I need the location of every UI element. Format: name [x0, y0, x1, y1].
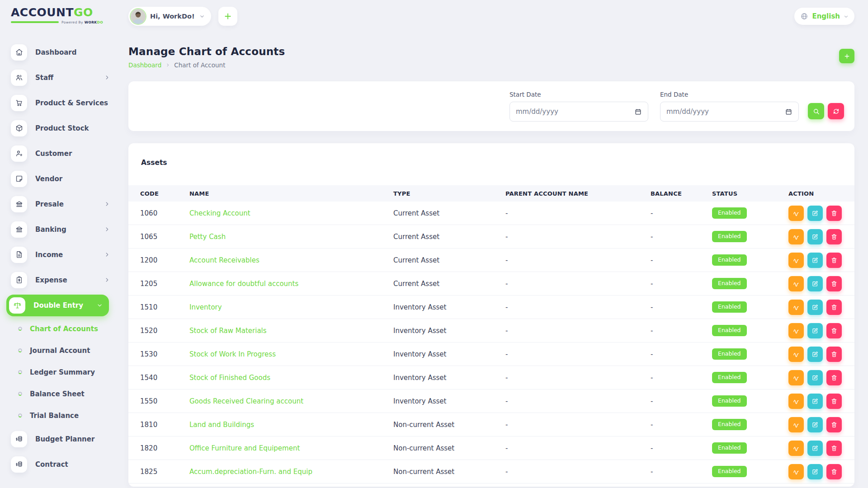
status-badge: Enabled [712, 301, 747, 313]
account-type: Current Asset [393, 209, 505, 217]
user-plus-icon [11, 145, 27, 162]
edit-button[interactable] [807, 300, 823, 315]
sidebar-subitem-trial-balance[interactable]: Trial Balance [18, 409, 116, 422]
account-type: Non-current Asset [393, 421, 505, 429]
delete-button[interactable] [826, 347, 842, 362]
delete-button[interactable] [826, 253, 842, 268]
account-name-link[interactable]: Accum.depreciation-Furn. and Equip [189, 468, 312, 476]
scales-icon [9, 297, 25, 314]
activity-button[interactable] [788, 464, 804, 479]
sidebar-item-contract[interactable]: Contract [11, 456, 110, 473]
edit-button[interactable] [807, 347, 823, 362]
delete-button[interactable] [826, 370, 842, 385]
sidebar-item-vendor[interactable]: Vendor [11, 171, 110, 187]
activity-button[interactable] [788, 347, 804, 362]
apply-filter-button[interactable] [808, 103, 824, 119]
sidebar-item-presale[interactable]: Presale [11, 196, 110, 212]
edit-button[interactable] [807, 417, 823, 432]
edit-button[interactable] [807, 370, 823, 385]
sidebar-item-customer[interactable]: Customer [11, 145, 110, 162]
delete-button[interactable] [826, 394, 842, 409]
user-menu[interactable]: Hi, WorkDo! [128, 7, 211, 26]
sidebar-item-income[interactable]: Income [11, 247, 110, 263]
activity-button[interactable] [788, 441, 804, 456]
account-name-link[interactable]: Account Receivables [189, 256, 259, 264]
delete-button[interactable] [826, 417, 842, 432]
account-name-link[interactable]: Stock of Work In Progress [189, 350, 276, 358]
edit-button[interactable] [807, 441, 823, 456]
calendar-icon[interactable] [634, 108, 642, 116]
end-date-input[interactable]: mm/dd/yyyy [660, 102, 799, 122]
activity-button[interactable] [788, 370, 804, 385]
account-code: 1200 [140, 256, 189, 264]
reset-filter-button[interactable] [828, 103, 844, 119]
sidebar-item-expense[interactable]: Expense [11, 272, 110, 288]
delete-button[interactable] [826, 323, 842, 338]
end-date-label: End Date [660, 91, 799, 98]
sidebar-subitem-ledger-summary[interactable]: Ledger Summary [18, 366, 116, 379]
sidebar-item-banking[interactable]: Banking [11, 221, 110, 238]
sidebar-item-budget-planner[interactable]: Budget Planner [11, 431, 110, 447]
account-name-link[interactable]: Land and Buildings [189, 421, 254, 429]
activity-button[interactable] [788, 276, 804, 291]
sidebar-item-dashboard[interactable]: Dashboard [11, 44, 110, 61]
sidebar-item-product-services[interactable]: Product & Services [11, 95, 110, 111]
breadcrumb-dashboard-link[interactable]: Dashboard [128, 61, 161, 69]
edit-button[interactable] [807, 276, 823, 291]
table-row: 1200 Account Receivables Current Asset -… [128, 249, 854, 272]
edit-button[interactable] [807, 206, 823, 221]
delete-button[interactable] [826, 300, 842, 315]
calendar-icon[interactable] [785, 108, 793, 116]
sidebar-subitem-chart-of-accounts[interactable]: Chart of Accounts [18, 323, 116, 335]
account-name-link[interactable]: Inventory [189, 303, 222, 311]
account-name-link[interactable]: Allowance for doubtful accounts [189, 280, 298, 288]
status-badge: Enabled [712, 325, 747, 336]
sidebar-subitem-journal-account[interactable]: Journal Account [18, 344, 116, 357]
edit-button[interactable] [807, 253, 823, 268]
edit-button[interactable] [807, 464, 823, 479]
quick-add-button[interactable] [218, 7, 237, 26]
edit-button[interactable] [807, 394, 823, 409]
activity-button[interactable] [788, 229, 804, 244]
sidebar-item-double-entry[interactable]: Double Entry [6, 295, 109, 316]
account-code: 1820 [140, 444, 189, 452]
delete-button[interactable] [826, 441, 842, 456]
account-name-link[interactable]: Petty Cash [189, 233, 226, 241]
app-logo[interactable]: ACCOUNTGO Powered By WORKDO [11, 6, 103, 24]
activity-button[interactable] [788, 206, 804, 221]
breadcrumb: Dashboard Chart of Account [128, 61, 285, 69]
logo-underline [11, 21, 59, 23]
breadcrumb-current: Chart of Account [174, 61, 225, 69]
activity-button[interactable] [788, 394, 804, 409]
account-name-link[interactable]: Stock of Raw Materials [189, 327, 267, 335]
delete-button[interactable] [826, 464, 842, 479]
account-name-link[interactable]: Checking Account [189, 209, 250, 217]
chevron-right-icon [104, 252, 110, 258]
activity-button[interactable] [788, 253, 804, 268]
delete-button[interactable] [826, 229, 842, 244]
edit-button[interactable] [807, 323, 823, 338]
account-name-link[interactable]: Office Furniture and Equipement [189, 444, 300, 452]
language-selector[interactable]: English [794, 8, 854, 25]
account-name-link[interactable]: Goods Received Clearing account [189, 397, 303, 405]
bank-icon [11, 196, 27, 212]
status-badge: Enabled [712, 466, 747, 477]
create-account-button[interactable] [839, 49, 854, 63]
user-greeting: Hi, WorkDo! [150, 13, 195, 20]
column-header-parent: PARENT ACCOUNT NAME [505, 190, 651, 197]
activity-button[interactable] [788, 323, 804, 338]
sidebar-item-product-stock[interactable]: Product Stock [11, 120, 110, 136]
parent-account-name: - [505, 350, 651, 358]
account-code: 1065 [140, 233, 189, 241]
activity-button[interactable] [788, 417, 804, 432]
sidebar-subitem-balance-sheet[interactable]: Balance Sheet [18, 388, 116, 400]
sidebar-item-staff[interactable]: Staff [11, 70, 110, 86]
delete-button[interactable] [826, 206, 842, 221]
chevron-right-icon [104, 75, 110, 80]
activity-button[interactable] [788, 300, 804, 315]
delete-button[interactable] [826, 276, 842, 291]
edit-button[interactable] [807, 229, 823, 244]
status-badge: Enabled [712, 254, 747, 266]
start-date-input[interactable]: mm/dd/yyyy [509, 102, 648, 122]
account-name-link[interactable]: Stock of Finished Goods [189, 374, 270, 382]
